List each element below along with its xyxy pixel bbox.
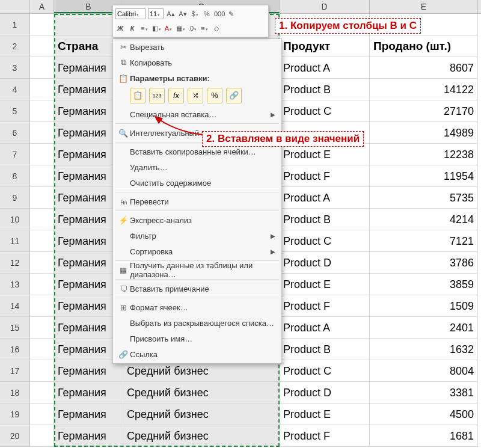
col-header-e[interactable]: E [370,0,478,13]
cell[interactable]: Product E [280,274,370,295]
paste-link-icon[interactable]: 🔗 [226,88,242,103]
row-header[interactable]: 7 [0,144,30,165]
row-header[interactable]: 11 [0,230,30,252]
row-header[interactable]: 13 [0,274,30,295]
row-header[interactable]: 16 [0,339,30,360]
cell[interactable] [30,79,54,100]
cell[interactable]: Product A [280,187,370,209]
row-header[interactable]: 2 [0,35,30,57]
select-all-corner[interactable] [0,0,30,13]
cell[interactable]: 11954 [370,165,478,187]
row-header[interactable]: 8 [0,165,30,187]
cell[interactable]: Product F [280,295,370,317]
row-header[interactable]: 14 [0,295,30,317]
accounting-format-icon[interactable]: $ [190,9,200,19]
cell[interactable]: 7121 [370,230,478,252]
menu-link[interactable]: 🔗 Ссылка [113,346,281,362]
paste-values-icon[interactable]: 123 [149,88,165,103]
row-header[interactable]: 18 [0,382,30,404]
fill-color-icon[interactable]: ◧ [152,23,161,33]
decimal-icon[interactable]: .0 [188,23,197,33]
cell[interactable]: 1632 [370,339,478,360]
cell[interactable] [30,360,54,382]
cell[interactable]: Product D [280,252,370,274]
cell[interactable]: 5735 [370,187,478,209]
menu-delete[interactable]: Удалить… [113,159,281,175]
cell[interactable]: 12238 [370,144,478,165]
cell[interactable]: Средний бизнес [123,382,280,404]
cell[interactable]: 14122 [370,79,478,100]
cell[interactable]: 27170 [370,100,478,122]
menu-cut[interactable]: ✂ Вырезать [113,39,281,55]
font-color-icon[interactable]: A [164,23,173,33]
menu-translate[interactable]: 🗛 Перевести [113,194,281,209]
cell[interactable] [30,274,54,295]
menu-format-cells[interactable]: ⊞ Формат ячеек… [113,299,281,315]
cell[interactable]: Product C [280,360,370,382]
cell[interactable] [30,57,54,79]
cell[interactable]: Средний бизнес [123,404,280,425]
cell[interactable]: 8004 [370,360,478,382]
row-header[interactable]: 17 [0,360,30,382]
row-header[interactable]: 3 [0,57,30,79]
row-header[interactable]: 15 [0,317,30,339]
row-header[interactable]: 12 [0,252,30,274]
row-header[interactable]: 10 [0,209,30,230]
cell[interactable]: Product C [280,230,370,252]
cell[interactable]: Product A [280,317,370,339]
cell[interactable] [30,404,54,425]
merge-icon[interactable]: ≡ [200,23,209,33]
cell[interactable] [30,144,54,165]
cell[interactable] [30,14,54,35]
paste-formulas-icon[interactable]: fx [168,88,184,103]
cell[interactable]: Средний бизнес [123,425,280,447]
font-name-select[interactable]: Calibri [115,8,146,19]
col-header-d[interactable]: D [280,0,370,13]
cell[interactable] [30,35,54,57]
cell[interactable]: 4500 [370,404,478,425]
cell[interactable] [30,165,54,187]
cell[interactable] [30,100,54,122]
menu-filter[interactable]: Фильтр ▶ [113,228,281,244]
cell[interactable] [30,187,54,209]
menu-clear-contents[interactable]: Очистить содержимое [113,175,281,191]
menu-sort[interactable]: Сортировка ▶ [113,244,281,259]
cell[interactable]: Product B [280,209,370,230]
increase-font-icon[interactable]: A▴ [166,9,176,19]
borders-icon[interactable]: ▦ [176,23,185,33]
cell[interactable]: Германия [54,382,123,404]
cell[interactable]: Германия [54,404,123,425]
cell[interactable]: 2401 [370,317,478,339]
font-size-select[interactable]: 11 [148,8,164,19]
cell[interactable]: 8607 [370,57,478,79]
cell[interactable]: 1681 [370,425,478,447]
menu-copy[interactable]: ⧉ Копировать [113,55,281,70]
cell[interactable]: Product B [280,339,370,360]
cell[interactable]: Product C [280,100,370,122]
decrease-font-icon[interactable]: A▾ [178,9,188,19]
cell[interactable]: Product A [280,57,370,79]
bold-button[interactable]: Ж [115,23,125,33]
cell[interactable]: Product E [280,144,370,165]
cell[interactable]: Product B [280,79,370,100]
cell[interactable]: 14989 [370,122,478,144]
col-header-a[interactable]: A [30,0,54,13]
menu-define-name[interactable]: Присвоить имя… [113,331,281,346]
menu-quick-analysis[interactable]: ⚡ Экспресс-анализ [113,212,281,228]
cell[interactable] [30,425,54,447]
italic-button[interactable]: К [127,23,137,33]
cell[interactable] [30,295,54,317]
row-header[interactable]: 5 [0,100,30,122]
cell[interactable]: 3859 [370,274,478,295]
row-header[interactable]: 1 [0,14,30,35]
menu-get-data[interactable]: ▦ Получить данные из таблицы или диапазо… [113,262,281,278]
cell[interactable] [30,382,54,404]
cell[interactable] [30,252,54,274]
row-header[interactable]: 6 [0,122,30,144]
cell[interactable] [30,209,54,230]
menu-paste-special[interactable]: Специальная вставка… ▶ [113,106,281,122]
cell[interactable]: Product F [280,165,370,187]
paste-default-icon[interactable]: 📋 [130,88,146,103]
cell[interactable]: Product E [280,404,370,425]
cell[interactable]: 3786 [370,252,478,274]
